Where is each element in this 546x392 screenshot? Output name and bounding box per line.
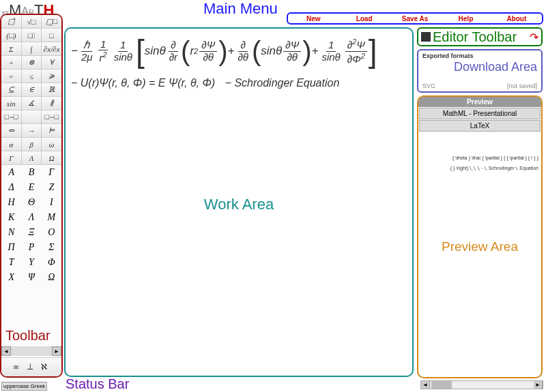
greek-letter-button[interactable]: Ψ <box>21 270 41 285</box>
scroll-left-icon[interactable]: ◄ <box>421 381 430 389</box>
exported-formats-header: Exported formats <box>422 52 537 59</box>
greek-letter-button[interactable]: Ω <box>42 270 61 285</box>
toolbar-button[interactable]: ⇔ <box>1 124 22 137</box>
toolbar-button[interactable]: √□ <box>22 15 42 28</box>
toolbar-hscroll[interactable]: ◄ ► <box>1 346 61 356</box>
toolbar-button[interactable]: (□) <box>1 29 22 42</box>
greek-letter-button[interactable]: Y <box>21 255 41 270</box>
scroll-thumb[interactable] <box>431 381 452 389</box>
main-menu-label: Main Menu <box>203 0 278 18</box>
preview-line: { } \right) \, \, \, - \, Schrodinger \,… <box>421 163 538 173</box>
menu-load[interactable]: Load <box>339 15 389 22</box>
preview-tab-mathml[interactable]: MathML - Presentational <box>419 108 541 119</box>
greek-letter-button[interactable]: Θ <box>21 195 41 210</box>
toolbar-button[interactable]: sin <box>1 97 22 110</box>
toolbar: □̂√□□̲□(□)□͇□Σ∫∂x/∂x+⊗∀=≤≽⊆∈ℝsin∡∦□‒□□‒□… <box>0 14 63 378</box>
greek-letter-button[interactable]: Γ <box>42 165 61 180</box>
toolbar-button[interactable]: ∡ <box>22 97 42 110</box>
menu-new[interactable]: New <box>288 15 339 22</box>
toolbar-bottom-row[interactable]: ∞ ⊥ ℵ <box>1 357 61 376</box>
toolbar-button[interactable]: ⊆ <box>1 83 22 96</box>
equation-title: − Schrodinger Equation <box>225 77 340 89</box>
greek-letter-button[interactable]: H <box>1 195 21 210</box>
greek-letter-button[interactable]: A <box>1 165 21 180</box>
menu-about[interactable]: About <box>491 15 542 22</box>
greek-letter-button[interactable]: X <box>1 270 21 285</box>
greek-letter-button[interactable]: O <box>42 225 61 240</box>
toolbar-button[interactable]: ∦ <box>42 97 61 110</box>
toolbar-button[interactable]: ≤ <box>22 70 42 82</box>
toolbar-button[interactable]: □̂ <box>1 15 22 28</box>
greek-letter-button[interactable]: M <box>42 210 61 225</box>
toolbar-button[interactable]: ∂x/∂x <box>42 42 61 55</box>
greek-letter-button[interactable]: E <box>21 180 41 195</box>
greek-letter-button[interactable]: Σ <box>42 240 61 255</box>
greek-letter-button[interactable]: T <box>1 255 21 270</box>
toolbar-button[interactable]: ⊗ <box>22 56 42 69</box>
toolbar-button[interactable]: ≽ <box>42 70 61 82</box>
toolbar-button[interactable]: Γ <box>1 151 22 164</box>
greek-letter-button[interactable]: Δ <box>1 180 21 195</box>
toolbar-label: Toolbar <box>5 328 51 344</box>
toolbar-button[interactable]: → <box>22 124 42 137</box>
scroll-right-icon[interactable]: ► <box>52 346 61 356</box>
scroll-left-icon[interactable]: ◄ <box>1 346 11 356</box>
status-bar-label: Status Bar <box>66 376 129 392</box>
greek-letter-button[interactable]: Ξ <box>21 225 41 240</box>
greek-letter-button[interactable]: N <box>1 225 21 240</box>
status-bar: uppercase Greek Status Bar ◄ ► <box>0 378 546 392</box>
equation-line2: − U(r)Ψ(r, θ, Φ) = E Ψ(r, θ, Φ) <box>71 77 215 89</box>
toolbar-button[interactable]: ℝ <box>42 83 61 96</box>
preview-area-label: Preview Area <box>418 239 541 254</box>
greek-letter-button[interactable]: K <box>1 210 21 225</box>
greek-letter-button[interactable]: Z <box>42 180 61 195</box>
work-area[interactable]: − ℏ2μ 1r2 1sinθ [ sinθ ∂∂r ( r2 ∂Ψ∂θ ) +… <box>64 27 414 377</box>
toolbar-button[interactable]: Σ <box>1 42 22 55</box>
work-area-label: Work Area <box>204 196 274 213</box>
download-svg-status: [not saved] <box>507 82 537 89</box>
toolbar-button[interactable] <box>22 110 42 123</box>
toolbar-button[interactable]: α <box>1 138 22 151</box>
main-menu: New Load Save As Help About <box>287 12 543 25</box>
toolbar-button[interactable]: ω <box>42 138 61 151</box>
menu-help[interactable]: Help <box>440 15 491 22</box>
editor-toolbar-label: Editor Toolbar <box>433 29 530 45</box>
toolbar-button[interactable]: = <box>1 70 22 82</box>
preview-hscroll[interactable]: ◄ ► <box>420 380 543 389</box>
preview-body: { \theta } \frac { \partial } { { \parti… <box>418 132 541 177</box>
greek-letter-button[interactable]: Φ <box>42 255 61 270</box>
toolbar-button[interactable]: □̲□ <box>42 15 61 28</box>
menu-saveas[interactable]: Save As <box>390 15 440 22</box>
toolbar-button[interactable]: ∀ <box>42 56 61 69</box>
toolbar-button[interactable]: □͇ <box>22 29 42 42</box>
preview-tab-latex[interactable]: LaTeX <box>419 120 541 132</box>
toolbar-button[interactable]: □‒□ <box>1 110 22 123</box>
toolbar-button[interactable]: Ω <box>42 151 61 164</box>
status-text: uppercase Greek <box>1 382 47 391</box>
preview-area: Preview MathML - Presentational LaTeX { … <box>417 95 543 378</box>
preview-header: Preview <box>418 97 541 107</box>
download-svg[interactable]: SVG <box>422 82 435 89</box>
download-area: Exported formats Download Area SVG [not … <box>417 49 543 93</box>
editor-toolbar: Editor Toolbar ↷ <box>417 27 543 46</box>
greek-letter-button[interactable]: Λ <box>21 210 41 225</box>
toolbar-button[interactable]: □‒□ <box>42 110 61 123</box>
toolbar-button[interactable]: β <box>22 138 42 151</box>
toolbar-button[interactable]: ∈ <box>22 83 42 96</box>
preview-line: { \theta } \frac { \partial } { { \parti… <box>421 153 538 163</box>
toolbar-button[interactable]: Λ <box>22 151 42 164</box>
greek-letter-button[interactable]: B <box>21 165 41 180</box>
toolbar-button[interactable]: + <box>1 56 22 69</box>
editor-mode-icon[interactable] <box>421 32 431 42</box>
toolbar-button[interactable]: □ <box>42 29 61 42</box>
equation-display[interactable]: − ℏ2μ 1r2 1sinθ [ sinθ ∂∂r ( r2 ∂Ψ∂θ ) +… <box>71 34 407 89</box>
greek-letter-button[interactable]: Π <box>1 240 21 255</box>
toolbar-button[interactable]: ⊨ <box>42 124 61 137</box>
download-area-label: Download Area <box>454 60 537 74</box>
scroll-right-icon[interactable]: ► <box>534 381 543 389</box>
redo-icon[interactable]: ↷ <box>530 31 538 44</box>
toolbar-button[interactable]: ∫ <box>22 42 42 55</box>
greek-letter-button[interactable]: I <box>42 195 61 210</box>
greek-letter-button[interactable]: P <box>21 240 41 255</box>
